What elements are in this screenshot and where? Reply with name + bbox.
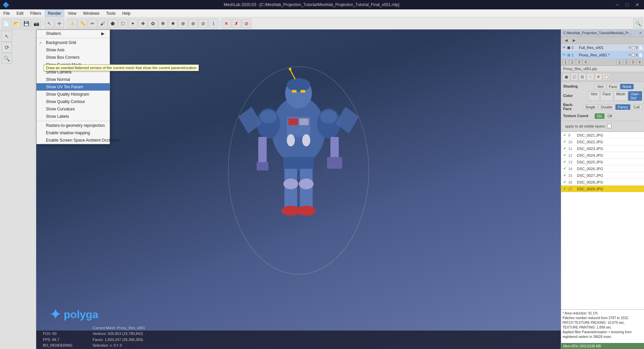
tab-r2[interactable]: 2 [623,59,629,65]
menu-filters[interactable]: Filters [27,9,45,17]
delete-btn[interactable]: ✕ [222,19,231,28]
menu-rasters[interactable]: Rasters-to-geometry reprojection [37,122,110,129]
file-row-17[interactable]: ✓ 17 DSC_0029.JPG [561,186,644,192]
paint-btn[interactable]: 🖌 [98,19,107,28]
apply-checkbox[interactable] [607,124,611,128]
delete3-btn[interactable]: ⊘ [242,19,251,28]
tab-r1[interactable]: 1 [616,59,623,65]
ruler-btn[interactable]: 📏 [78,19,87,28]
menu-show-quality-histo[interactable]: Show Quality Histogram [37,91,110,98]
left-tool-3[interactable]: 🔍 [1,53,12,64]
shading-face[interactable]: Face [607,84,620,89]
menu-tools[interactable]: Tools [103,9,119,17]
menu-shadow[interactable]: Enable shadow mapping [37,129,110,137]
menu-windows[interactable]: Windows [80,9,103,17]
transform-btn[interactable]: ✛ [55,19,64,28]
mesh-tool-6[interactable]: 📋 [603,73,610,81]
tool10[interactable]: ❋ [158,19,168,28]
fov-value: FOV: 60 [43,331,72,337]
select-btn[interactable]: ↖ [45,19,54,28]
texcoord-on[interactable]: On [595,113,604,119]
shading-none[interactable]: None [620,84,634,89]
tool14[interactable]: ⊘ [199,19,208,28]
delete2-btn[interactable]: ✗ [232,19,241,28]
file-row-13[interactable]: ✓ 13 DSC_0025.JPG [561,159,644,165]
color-vert[interactable]: Vert [588,91,600,101]
mesh-tool-2[interactable]: ⬡ [571,73,578,81]
backface-cull[interactable]: Cull [631,104,642,110]
scroll-right[interactable]: ► [571,38,578,43]
tool5[interactable]: ⬟ [108,19,117,28]
file-row-10[interactable]: ✓ 10 DSC_0022.JPG [561,139,644,145]
file-row-16[interactable]: ✓ 16 DSC_0028.JPG [561,179,644,186]
menu-show-quality-contour[interactable]: Show Quality Contour [37,98,110,105]
file-row-9[interactable]: ✓ 9 DSC_0021.JPG [561,132,644,139]
layer-row-1[interactable]: 👁 ▦ 1 Proxy_Res_v001 * ⚙📋🗑📄 [561,51,644,59]
tab-4[interactable]: 4 [583,59,589,65]
menu-file[interactable]: File [0,9,13,17]
menu-show-uv[interactable]: Show UV Tex Param [37,83,110,91]
tool8[interactable]: ❖ [138,19,148,28]
menu-shaders[interactable]: Shaders ▶ [37,30,110,37]
snapshot-btn[interactable]: 📷 [32,19,41,28]
scroll-left[interactable]: ◄ [562,38,570,43]
menu-show-box[interactable]: Show Box Corners [37,54,110,61]
menu-bg-grid[interactable]: ✓ Background Grid [37,39,110,46]
backface-fancy[interactable]: Fancy [615,104,630,110]
menu-edit[interactable]: Edit [13,9,27,17]
tool13[interactable]: ⊗ [189,19,198,28]
warning-btn[interactable]: ⚠ [68,19,77,28]
mesh-tool-3[interactable]: ⊟ [579,73,586,81]
tab-2[interactable]: 2 [569,59,575,65]
current-mesh: Current Mesh: Proxy_Res_v001 [93,325,145,331]
menu-show-axis[interactable]: Show Axis [37,46,110,54]
texcoord-off[interactable]: Off [605,113,614,119]
tool6[interactable]: ⬡ [118,19,127,28]
menu-show-curvature[interactable]: Show Curvature [37,105,110,113]
tool11[interactable]: ✸ [168,19,178,28]
open-btn[interactable]: 📂 [11,19,21,28]
menu-view[interactable]: View [64,9,80,17]
minimize-btn[interactable]: ─ [614,1,621,8]
shading-vert[interactable]: Vert [595,84,606,89]
menu-render[interactable]: Render [45,9,64,17]
menu-show-normal[interactable]: Show Normal [37,76,110,83]
tab-1[interactable]: 1 [562,59,569,65]
mesh-tool-1[interactable]: ▣ [562,73,570,81]
menu-show-labels[interactable]: Show Labels [37,113,110,120]
right-panel-header: C:/Meshlab_Projection_Tutorial/Meshlab_P… [561,30,644,37]
file-row-15[interactable]: ✓ 15 DSC_0027.JPG [561,172,644,179]
color-userdef[interactable]: User-Def [628,91,642,101]
layer-row-0[interactable]: 👁 ▦ 0 Full_Res_v001 ⚙📋🗑📄 [561,44,644,51]
tool12[interactable]: ⊕ [178,19,188,28]
left-tool-2[interactable]: ⟳ [1,42,12,53]
maximize-btn[interactable]: □ [624,1,631,8]
menu-ssao[interactable]: Enable Screen Space Ambient Occlusion [37,137,110,144]
menu-help[interactable]: Help [119,9,134,17]
tool7[interactable]: ✦ [128,19,138,28]
save-btn[interactable]: 💾 [21,19,31,28]
mesh-tool-5[interactable]: ✕ [595,73,602,81]
tab-r3[interactable]: 3 [630,59,636,65]
mesh-toolbar: ▣ ⬡ ⊟ ↑ ✕ 📋 [561,72,644,82]
file-row-14[interactable]: ✓ 14 DSC_0026.JPG [561,165,644,172]
color-mesh[interactable]: Mesh [614,91,628,101]
mesh-tool-4[interactable]: ↑ [587,73,594,81]
tab-r4[interactable]: 4 [637,59,643,65]
info-btn[interactable]: ℹ [209,19,218,28]
right-panel-close[interactable]: ✕ [639,31,642,35]
close-btn[interactable]: ✕ [633,1,641,8]
left-tool-1[interactable]: ↖ [1,31,12,42]
color-face[interactable]: Face [600,91,613,101]
search-btn[interactable]: 🔍 [633,19,643,28]
backface-double[interactable]: Double [598,104,615,110]
tab-3[interactable]: 3 [576,59,582,65]
pencil-btn[interactable]: ✏ [88,19,97,28]
tool9[interactable]: ✿ [148,19,158,28]
backface-single[interactable]: Single [583,104,598,110]
file-row-12[interactable]: ✓ 12 DSC_0024.JPG [561,152,644,159]
new-btn[interactable]: 📄 [1,19,11,28]
svg-rect-11 [257,162,268,170]
file-row-11[interactable]: ✓ 11 DSC_0023.JPG [561,145,644,152]
viewport[interactable]: ✦ polyga FOV: 60 FPS: 84.7 BO_RENDERING … [36,30,561,349]
